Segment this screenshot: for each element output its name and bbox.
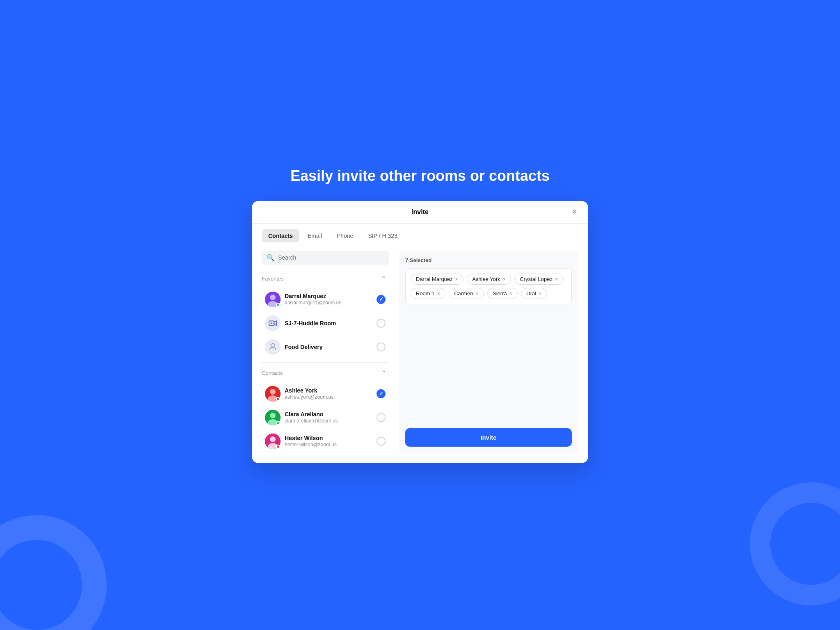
- checkbox-hester[interactable]: [377, 437, 386, 446]
- contact-email-hester: hester.wilson@zoom.us: [285, 442, 372, 447]
- tag-carmen: Carmen ×: [449, 288, 484, 299]
- svg-point-8: [270, 389, 276, 395]
- avatar-sj7: [265, 315, 281, 331]
- avatar-food: [265, 339, 281, 355]
- bg-decoration-right: [750, 482, 840, 605]
- tag-label-crystal: Crystal Lopez: [520, 276, 552, 282]
- checkbox-ashlee[interactable]: [377, 389, 386, 398]
- list-item[interactable]: Ashlee York ashlee.york@zoom.us: [262, 382, 389, 406]
- checkbox-clara[interactable]: [377, 413, 386, 422]
- modal-title: Invite: [411, 208, 429, 216]
- search-icon: 🔍: [267, 254, 275, 262]
- invite-modal: Invite × Contacts Email Phone SIP / H.32…: [252, 201, 588, 463]
- contact-info-clara: Clara Arellano clara.arellano@zoom.us: [285, 411, 372, 424]
- avatar-wrap-clara: [265, 410, 281, 425]
- svg-point-14: [270, 436, 276, 442]
- tags-area: Darral Marquez × Ashlee York × Crystal L…: [405, 268, 572, 304]
- svg-point-5: [273, 322, 274, 324]
- favorites-collapse-button[interactable]: ⌃: [379, 274, 389, 283]
- tag-remove-carmen[interactable]: ×: [475, 291, 479, 296]
- left-panel: 🔍 Favorites ⌃: [262, 251, 389, 453]
- tag-label-room1: Room 1: [416, 290, 435, 297]
- tag-remove-crystal[interactable]: ×: [555, 276, 558, 282]
- contact-email-clara: clara.arellano@zoom.us: [285, 418, 372, 424]
- tag-remove-sierra[interactable]: ×: [509, 291, 513, 296]
- status-dot-ashlee: [276, 397, 280, 401]
- tabs-row: Contacts Email Phone SIP / H.323: [252, 224, 588, 242]
- tag-remove-ural[interactable]: ×: [539, 291, 542, 296]
- tag-ashlee: Ashlee York ×: [467, 274, 511, 285]
- status-dot-hester: [276, 445, 280, 449]
- svg-point-11: [270, 413, 276, 418]
- tab-contacts[interactable]: Contacts: [262, 229, 299, 242]
- search-box: 🔍: [262, 251, 389, 265]
- modal-header: Invite ×: [252, 201, 588, 224]
- avatar-wrap-sj7: [265, 315, 281, 331]
- avatar-wrap-hester: [265, 434, 281, 449]
- tag-remove-darral[interactable]: ×: [455, 276, 459, 282]
- right-panel: 7 Selected Darral Marquez × Ashlee York …: [399, 251, 578, 453]
- list-item[interactable]: Food Delivery: [262, 335, 389, 359]
- contact-info-food: Food Delivery: [285, 344, 372, 350]
- contact-name-darral: Darral Marquez: [285, 293, 372, 299]
- tag-darral: Darral Marquez ×: [411, 274, 463, 285]
- contact-info-ashlee: Ashlee York ashlee.york@zoom.us: [285, 387, 372, 400]
- tag-label-ural: Ural: [526, 290, 536, 297]
- status-dot-clara: [276, 421, 280, 425]
- svg-point-1: [270, 294, 276, 300]
- tab-sip[interactable]: SIP / H.323: [361, 229, 404, 242]
- contact-info-darral: Darral Marquez darral.marquez@zoom.us: [285, 293, 372, 306]
- svg-point-6: [271, 343, 274, 347]
- tab-email[interactable]: Email: [301, 229, 329, 242]
- close-button[interactable]: ×: [568, 206, 580, 218]
- tag-label-sierra: Sierra: [493, 290, 507, 297]
- status-dot-darral: [276, 303, 280, 307]
- checkbox-darral[interactable]: [377, 295, 386, 304]
- invite-button[interactable]: Invite: [405, 428, 572, 447]
- avatar-wrap-food: [265, 339, 281, 355]
- contact-info-hester: Hester Wilson hester.wilson@zoom.us: [285, 435, 372, 447]
- list-item[interactable]: Clara Arellano clara.arellano@zoom.us: [262, 406, 389, 429]
- contacts-label: Contacts: [262, 370, 283, 376]
- tag-room1: Room 1 ×: [411, 288, 445, 299]
- search-input[interactable]: [278, 254, 384, 261]
- tag-remove-ashlee[interactable]: ×: [503, 276, 506, 282]
- page-title: Easily invite other rooms or contacts: [290, 167, 550, 185]
- contact-name-hester: Hester Wilson: [285, 435, 372, 441]
- tab-phone[interactable]: Phone: [330, 229, 360, 242]
- contact-info-sj7: SJ-7-Huddle Room: [285, 320, 372, 326]
- selected-count: 7 Selected: [405, 257, 572, 263]
- list-item[interactable]: Hester Wilson hester.wilson@zoom.us: [262, 429, 389, 453]
- bg-decoration-left: [0, 515, 107, 630]
- contact-name-sj7: SJ-7-Huddle Room: [285, 320, 372, 326]
- modal-body: 🔍 Favorites ⌃: [252, 242, 588, 463]
- tag-crystal: Crystal Lopez ×: [514, 274, 563, 285]
- avatar-wrap-ashlee: [265, 386, 281, 402]
- contact-email-darral: darral.marquez@zoom.us: [285, 300, 372, 306]
- avatar-wrap-darral: [265, 292, 281, 307]
- tag-label-ashlee: Ashlee York: [472, 276, 500, 282]
- favorites-label: Favorites: [262, 276, 283, 282]
- tag-label-carmen: Carmen: [454, 290, 473, 297]
- tag-sierra: Sierra ×: [487, 288, 518, 299]
- close-icon: ×: [572, 208, 577, 216]
- contact-email-ashlee: ashlee.york@zoom.us: [285, 394, 372, 400]
- contacts-collapse-button[interactable]: ⌃: [379, 368, 389, 378]
- list-item[interactable]: SJ-7-Huddle Room: [262, 311, 389, 335]
- svg-point-4: [271, 322, 272, 324]
- tag-remove-room1[interactable]: ×: [437, 291, 441, 296]
- checkbox-food[interactable]: [377, 342, 386, 352]
- tag-ural: Ural ×: [521, 288, 547, 299]
- list-item[interactable]: Darral Marquez darral.marquez@zoom.us: [262, 288, 389, 311]
- contacts-section-header: Contacts ⌃: [262, 366, 389, 380]
- contact-name-ashlee: Ashlee York: [285, 387, 372, 394]
- divider: [262, 362, 389, 363]
- contact-name-clara: Clara Arellano: [285, 411, 372, 418]
- contact-name-food: Food Delivery: [285, 344, 372, 350]
- favorites-section-header: Favorites ⌃: [262, 272, 389, 286]
- checkbox-sj7[interactable]: [377, 319, 386, 328]
- tag-label-darral: Darral Marquez: [416, 276, 453, 282]
